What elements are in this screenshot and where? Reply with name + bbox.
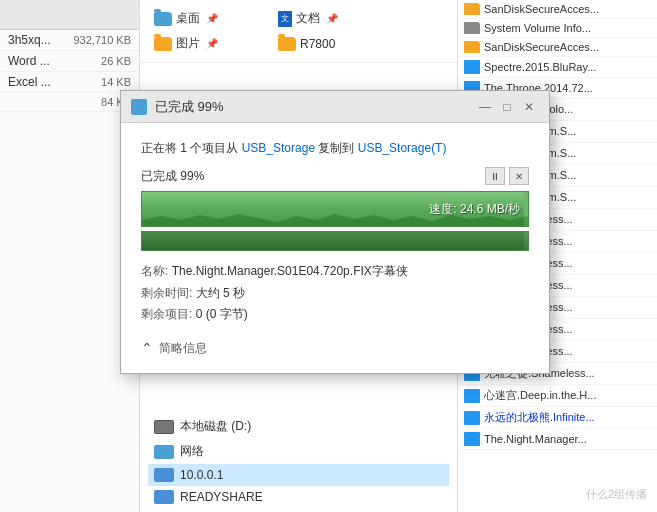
time-label: 剩余时间:: [141, 286, 196, 300]
item-name: 3h5xq...: [8, 33, 51, 47]
item-label: 永远的北极熊.Infinite...: [484, 410, 595, 425]
item-label: System Volume Info...: [484, 22, 591, 34]
right-list-item[interactable]: Spectre.2015.BluRay...: [458, 57, 657, 78]
time-value: 大约 5 秒: [196, 286, 245, 300]
list-item[interactable]: 3h5xq... 932,710 KB: [0, 30, 139, 51]
subtitle-middle: 复制到: [315, 141, 358, 155]
folder-icon: [464, 41, 480, 53]
file-icon: [464, 389, 480, 403]
folder-icon: [464, 22, 480, 34]
file-icon: [464, 432, 480, 446]
progress-header: 已完成 99% ⏸ ✕: [141, 167, 529, 185]
item-size: 14 KB: [101, 76, 131, 88]
list-item[interactable]: 84 KB: [0, 93, 139, 112]
info-time: 剩余时间: 大约 5 秒: [141, 283, 529, 305]
monitor-icon: [154, 490, 174, 504]
pin-icon: 📌: [206, 38, 218, 49]
footer-label: 简略信息: [159, 340, 207, 357]
right-list-item[interactable]: 永远的北极熊.Infinite...: [458, 407, 657, 429]
center-top: 桌面 📌 文 文档 📌 图片 📌 R7800: [140, 0, 457, 63]
nav-readyshare[interactable]: READYSHARE: [148, 486, 449, 508]
folder-item-docs[interactable]: 文 文档 📌: [272, 8, 392, 29]
folder-blue-icon: [154, 12, 172, 26]
folder-orange-icon: [154, 37, 172, 51]
monitor-icon: [154, 468, 174, 482]
folder-item-pics[interactable]: 图片 📌: [148, 33, 268, 54]
dest-link[interactable]: USB_Storage(T): [358, 141, 447, 155]
folder-label: R7800: [300, 37, 335, 51]
item-label: Spectre.2015.BluRay...: [484, 61, 596, 73]
item-label: 心迷宫.Deep.in.the.H...: [484, 388, 597, 403]
speed-text: 速度: 24.6 MB/秒: [429, 201, 520, 218]
dialog-titlebar: 已完成 99% — □ ✕: [121, 91, 549, 123]
source-link[interactable]: USB_Storage: [242, 141, 315, 155]
list-item[interactable]: Excel ... 14 KB: [0, 72, 139, 93]
progress-label: 已完成 99%: [141, 168, 485, 185]
progress-controls: ⏸ ✕: [485, 167, 529, 185]
item-name: Word ...: [8, 54, 50, 68]
folder-label: 文档: [296, 10, 320, 27]
watermark: 什么2组传播: [586, 487, 647, 502]
hdd-icon: [154, 420, 174, 434]
pin-icon: 📌: [326, 13, 338, 24]
center-bottom: 本地磁盘 (D:) 网络 10.0.0.1 READYSHARE: [140, 410, 457, 512]
item-label: SanDiskSecureAcces...: [484, 3, 599, 15]
maximize-button[interactable]: □: [497, 97, 517, 117]
minimize-button[interactable]: —: [475, 97, 495, 117]
folder-item-desktop[interactable]: 桌面 📌: [148, 8, 268, 29]
dialog-info: 名称: The.Night.Manager.S01E04.720p.FIX字幕侠…: [141, 261, 529, 326]
secondary-fill: [142, 232, 524, 250]
item-size: 932,710 KB: [74, 34, 132, 46]
left-header: [0, 0, 139, 30]
list-item[interactable]: Word ... 26 KB: [0, 51, 139, 72]
item-label: SanDiskSecureAcces...: [484, 41, 599, 53]
items-label: 剩余项目:: [141, 307, 196, 321]
nav-host-1[interactable]: 10.0.0.1: [148, 464, 449, 486]
secondary-progress-bar: [141, 231, 529, 251]
nav-label: 本地磁盘 (D:): [180, 418, 251, 435]
dialog-title: 已完成 99%: [155, 98, 473, 116]
collapse-button[interactable]: ⌃ 简略信息: [141, 340, 529, 357]
folder-item-r7800[interactable]: R7800: [272, 33, 392, 54]
info-items: 剩余项目: 0 (0 字节): [141, 304, 529, 326]
subtitle-prefix: 正在将 1 个项目从: [141, 141, 242, 155]
copy-icon: [131, 99, 147, 115]
info-name: 名称: The.Night.Manager.S01E04.720p.FIX字幕侠: [141, 261, 529, 283]
file-icon: [464, 60, 480, 74]
folder-label: 桌面: [176, 10, 200, 27]
nav-label: 10.0.0.1: [180, 468, 223, 482]
name-value: The.Night.Manager.S01E04.720p.FIX字幕侠: [172, 264, 408, 278]
right-list-item[interactable]: The.Night.Manager...: [458, 429, 657, 450]
nav-network[interactable]: 网络: [148, 439, 449, 464]
name-label: 名称:: [141, 264, 172, 278]
close-button[interactable]: ✕: [519, 97, 539, 117]
right-list-item[interactable]: 心迷宫.Deep.in.the.H...: [458, 385, 657, 407]
left-list: 3h5xq... 932,710 KB Word ... 26 KB Excel…: [0, 30, 139, 512]
folder-label: 图片: [176, 35, 200, 52]
file-icon: [464, 411, 480, 425]
item-name: Excel ...: [8, 75, 51, 89]
dialog-body: 正在将 1 个项目从 USB_Storage 复制到 USB_Storage(T…: [121, 123, 549, 373]
folder-orange-icon: [278, 37, 296, 51]
doc-icon: 文: [278, 11, 292, 27]
nav-label: 网络: [180, 443, 204, 460]
pin-icon: 📌: [206, 13, 218, 24]
stop-button[interactable]: ✕: [509, 167, 529, 185]
items-value: 0 (0 字节): [196, 307, 248, 321]
item-label: The.Night.Manager...: [484, 433, 587, 445]
item-size: 26 KB: [101, 55, 131, 67]
right-list-item[interactable]: SanDiskSecureAcces...: [458, 38, 657, 57]
dialog-subtitle: 正在将 1 个项目从 USB_Storage 复制到 USB_Storage(T…: [141, 139, 529, 157]
network-icon: [154, 445, 174, 459]
nav-hdd[interactable]: 本地磁盘 (D:): [148, 414, 449, 439]
pause-button[interactable]: ⏸: [485, 167, 505, 185]
nav-label: READYSHARE: [180, 490, 263, 504]
right-list-item[interactable]: System Volume Info...: [458, 19, 657, 38]
folder-icon: [464, 3, 480, 15]
copy-dialog: 已完成 99% — □ ✕ 正在将 1 个项目从 USB_Storage 复制到…: [120, 90, 550, 374]
chevron-up-icon: ⌃: [141, 340, 153, 356]
left-panel: 3h5xq... 932,710 KB Word ... 26 KB Excel…: [0, 0, 140, 512]
right-list-item[interactable]: SanDiskSecureAcces...: [458, 0, 657, 19]
progress-bar: 速度: 24.6 MB/秒: [141, 191, 529, 227]
